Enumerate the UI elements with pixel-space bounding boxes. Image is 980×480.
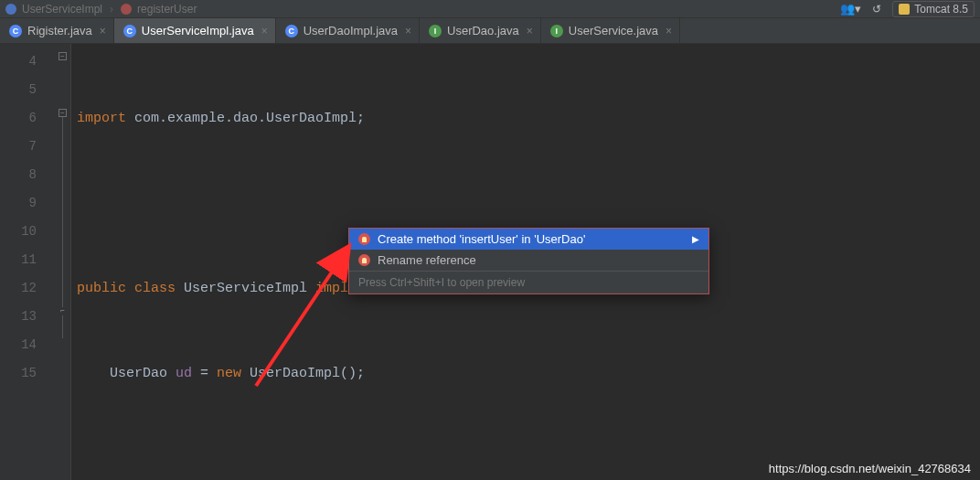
method-icon: [121, 4, 132, 15]
tomcat-icon: [899, 4, 910, 15]
code-keyword: new: [217, 366, 241, 381]
tab-label: UserDaoImpl.java: [304, 24, 398, 37]
run-config-label: Tomcat 8.5: [914, 3, 968, 16]
close-icon[interactable]: ×: [261, 25, 268, 37]
intention-menu: Create method 'insertUser' in 'UserDao' …: [348, 228, 709, 294]
gutter: 4 5 6 7 8 9 10 11 12 13 14 15: [0, 44, 55, 480]
code-text: UserDao: [77, 366, 176, 381]
tab-userdaoimpl[interactable]: C UserDaoImpl.java ×: [276, 18, 420, 43]
tab-userservice[interactable]: I UserService.java ×: [541, 18, 680, 43]
error-bulb-icon: [358, 254, 370, 266]
editor-tabs: C Rigister.java × C UserServiceImpl.java…: [0, 18, 980, 44]
fold-column[interactable]: − − ⌐: [55, 44, 71, 480]
code-class-name: UserServiceImpl: [176, 281, 315, 296]
class-file-icon: C: [285, 25, 298, 37]
toolbar-right: 👥▾ ↺ Tomcat 8.5: [840, 1, 975, 17]
line-number: 12: [0, 274, 37, 303]
intention-hint: Press Ctrl+Shift+I to open preview: [349, 271, 708, 293]
tab-userdao[interactable]: I UserDao.java ×: [420, 18, 541, 43]
line-number: 15: [0, 359, 37, 388]
class-icon: [5, 4, 16, 15]
tab-label: UserService.java: [569, 24, 658, 37]
interface-file-icon: I: [429, 25, 442, 37]
error-bulb-icon: [358, 233, 370, 245]
users-icon[interactable]: 👥▾: [840, 2, 861, 16]
code-keyword: public: [77, 281, 126, 296]
sync-icon[interactable]: ↺: [872, 3, 881, 16]
line-number: 10: [0, 218, 37, 246]
fold-toggle[interactable]: −: [59, 52, 67, 60]
line-number: 9: [0, 189, 37, 218]
tab-userserviceimpl[interactable]: C UserServiceImpl.java ×: [114, 18, 276, 43]
tab-rigister[interactable]: C Rigister.java ×: [0, 18, 114, 43]
intention-label: Create method 'insertUser' in 'UserDao': [378, 232, 585, 246]
line-number: 13: [0, 303, 37, 331]
line-number: 7: [0, 133, 37, 161]
tab-label: Rigister.java: [27, 24, 92, 37]
fold-end: ⌐: [59, 307, 67, 315]
line-number: 8: [0, 161, 37, 189]
interface-file-icon: I: [550, 25, 563, 37]
fold-line: [62, 110, 63, 338]
code-keyword: import: [77, 111, 126, 126]
line-number: 5: [0, 76, 37, 104]
breadcrumb-method[interactable]: registerUser: [137, 3, 197, 16]
class-file-icon: C: [9, 25, 22, 37]
breadcrumb-sep: ›: [110, 3, 113, 16]
class-file-icon: C: [123, 25, 136, 37]
code-text: UserDaoImpl();: [241, 366, 365, 381]
close-icon[interactable]: ×: [100, 25, 106, 37]
code-keyword: class: [134, 281, 176, 296]
code-text: com.example.dao.UserDaoImpl;: [126, 111, 365, 126]
watermark: https://blog.csdn.net/weixin_42768634: [769, 462, 971, 475]
code-text: =: [192, 366, 217, 381]
top-bar: UserServiceImpl › registerUser 👥▾ ↺ Tomc…: [0, 0, 980, 18]
close-icon[interactable]: ×: [405, 25, 411, 37]
run-configuration[interactable]: Tomcat 8.5: [892, 1, 975, 17]
intention-create-method[interactable]: Create method 'insertUser' in 'UserDao' …: [349, 229, 708, 250]
close-icon[interactable]: ×: [666, 25, 672, 37]
line-number: 4: [0, 48, 37, 76]
close-icon[interactable]: ×: [527, 25, 533, 37]
fold-toggle[interactable]: −: [59, 109, 67, 117]
line-number: 11: [0, 246, 37, 274]
code-field: ud: [176, 366, 192, 381]
intention-label: Rename reference: [378, 253, 476, 267]
breadcrumb: UserServiceImpl › registerUser: [5, 3, 197, 16]
line-number: 14: [0, 331, 37, 359]
tab-label: UserServiceImpl.java: [142, 24, 254, 37]
intention-rename-reference[interactable]: Rename reference: [349, 250, 708, 271]
tab-label: UserDao.java: [447, 24, 519, 37]
line-number: 6: [0, 104, 37, 133]
breadcrumb-class[interactable]: UserServiceImpl: [22, 3, 102, 16]
chevron-right-icon: ▶: [692, 234, 699, 244]
